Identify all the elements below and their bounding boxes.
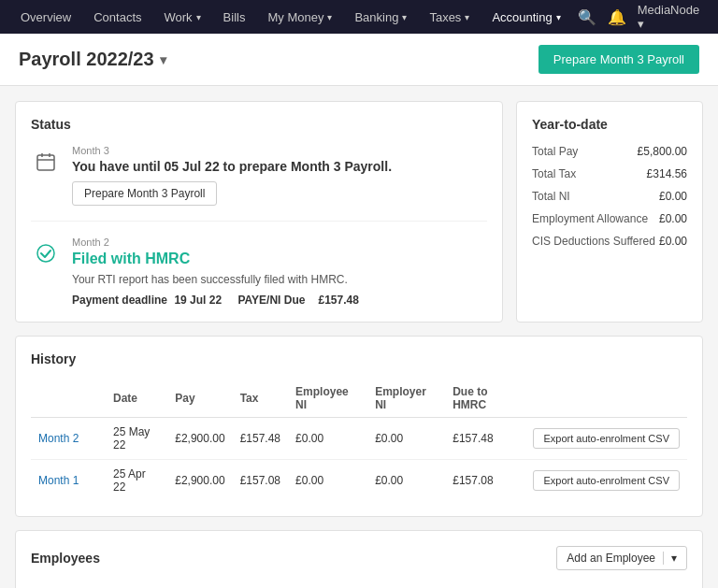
top-row: Status Month 3 You have until 05 Jul 22 …: [15, 101, 703, 323]
user-menu[interactable]: MediaNode ▾: [638, 3, 707, 31]
ytd-row: Total Pay £5,800.00: [532, 145, 687, 158]
status-filed-text: Filed with HMRC: [72, 251, 487, 267]
emp-col-name: [31, 581, 152, 588]
nav-overview[interactable]: Overview: [11, 5, 80, 30]
calendar-icon: [31, 147, 61, 177]
emp-col-monthly: Monthly Pay: [152, 581, 254, 588]
ytd-value-1: £314.56: [647, 167, 687, 180]
history-col-actions: [525, 380, 687, 418]
history-month-0: Month 2: [31, 418, 106, 460]
ytd-row: Employment Allowance £0.00: [532, 212, 687, 225]
page-title-text: Payroll 2022/23: [19, 49, 154, 70]
ytd-value-4: £0.00: [659, 235, 687, 248]
emp-col-auto: Auto-enrolment: [413, 581, 561, 588]
check-icon: [31, 238, 61, 268]
nav-taxes-chevron: ▾: [465, 12, 469, 22]
ytd-value-3: £0.00: [659, 212, 687, 225]
ytd-label-3: Employment Allowance: [532, 212, 648, 225]
nav-bills-label: Bills: [223, 10, 246, 24]
history-col-pay: Pay: [167, 380, 232, 418]
export-csv-button-1[interactable]: Export auto-enrolment CSV: [533, 470, 680, 491]
payment-deadline-value: 19 Jul 22: [174, 294, 222, 307]
export-csv-button-0[interactable]: Export auto-enrolment CSV: [533, 428, 680, 449]
status-month3-label: Month 3: [72, 145, 487, 156]
history-col-erni: Employer NI: [367, 380, 445, 418]
nav-bills[interactable]: Bills: [214, 5, 255, 30]
prepare-month3-status-button[interactable]: Prepare Month 3 Payroll: [72, 181, 217, 206]
ytd-label-4: CIS Deductions Suffered: [532, 235, 655, 248]
status-sub-text: Your RTI report has been successfully fi…: [72, 273, 487, 286]
nav-banking[interactable]: Banking ▾: [345, 5, 416, 30]
history-col-tax: Tax: [233, 380, 288, 418]
history-col-empni: Employee NI: [288, 380, 367, 418]
history-col-month: [31, 380, 106, 418]
employees-panel: Employees Add an Employee ▾ Monthly Pay …: [15, 530, 703, 588]
nav-icons-group: 🔍 🔔 MediaNode ▾: [578, 3, 707, 31]
history-erni-1: £0.00: [367, 460, 445, 502]
payment-deadline-line: Payment deadline 19 Jul 22 PAYE/NI Due £…: [72, 294, 487, 307]
emp-col-actions: [561, 581, 687, 588]
history-tax-1: £157.08: [233, 460, 288, 502]
ytd-row: CIS Deductions Suffered £0.00: [532, 235, 687, 248]
history-date-1: 25 Apr 22: [106, 460, 167, 502]
top-navigation: Overview Contacts Work ▾ Bills My Money …: [0, 0, 718, 34]
ytd-label-1: Total Tax: [532, 167, 576, 180]
history-pay-1: £2,900.00: [167, 460, 232, 502]
svg-rect-0: [37, 155, 54, 170]
table-row: Month 2 25 May 22 £2,900.00 £157.48 £0.0…: [31, 418, 687, 460]
page-title-chevron: ▾: [160, 52, 166, 67]
employees-table: Monthly Pay Total Pay Total Tax Auto-enr…: [31, 581, 687, 588]
ytd-value-2: £0.00: [659, 190, 687, 203]
history-tax-0: £157.48: [233, 418, 288, 460]
page-title: Payroll 2022/23 ▾: [19, 49, 166, 70]
nav-mymoney[interactable]: My Money ▾: [258, 5, 341, 30]
history-month-link-1[interactable]: Month 1: [38, 474, 79, 487]
emp-col-total-tax: Total Tax: [336, 581, 414, 588]
nav-work-label: Work: [165, 10, 193, 24]
emp-col-total-pay: Total Pay: [254, 581, 336, 588]
history-empni-0: £0.00: [288, 418, 367, 460]
ytd-label-2: Total NI: [532, 190, 570, 203]
add-employee-button[interactable]: Add an Employee ▾: [556, 546, 687, 570]
payment-deadline-label: Payment deadline: [72, 294, 167, 307]
ytd-label-0: Total Pay: [532, 145, 578, 158]
employees-header: Employees Add an Employee ▾: [31, 546, 687, 570]
ytd-row: Total NI £0.00: [532, 190, 687, 203]
history-hmrc-1: £157.08: [445, 460, 525, 502]
nav-mymoney-label: My Money: [267, 10, 323, 24]
page-header: Payroll 2022/23 ▾ Prepare Month 3 Payrol…: [0, 34, 718, 86]
ytd-panel: Year-to-date Total Pay £5,800.00 Total T…: [516, 101, 703, 323]
add-employee-dropdown-arrow: ▾: [663, 552, 677, 565]
nav-overview-label: Overview: [21, 10, 71, 24]
paye-value: £157.48: [318, 294, 358, 307]
prepare-month3-button[interactable]: Prepare Month 3 Payroll: [538, 45, 699, 74]
nav-work[interactable]: Work ▾: [155, 5, 210, 30]
nav-taxes-label: Taxes: [429, 10, 461, 24]
nav-mymoney-chevron: ▾: [327, 12, 332, 22]
nav-taxes[interactable]: Taxes ▾: [420, 5, 479, 30]
status-panel-title: Status: [31, 117, 487, 132]
main-content: Status Month 3 You have until 05 Jul 22 …: [0, 86, 718, 588]
history-month-link-0[interactable]: Month 2: [38, 432, 79, 445]
nav-contacts-label: Contacts: [93, 10, 141, 24]
ytd-panel-title: Year-to-date: [532, 117, 687, 132]
nav-accounting-label: Accounting: [492, 10, 552, 24]
status-month3-item: Month 3 You have until 05 Jul 22 to prep…: [31, 145, 487, 222]
history-col-date: Date: [106, 380, 167, 418]
history-panel: History Date Pay Tax Employee NI Employe…: [15, 336, 703, 517]
user-label: MediaNode ▾: [638, 3, 707, 31]
nav-banking-label: Banking: [354, 10, 398, 24]
history-col-hmrc: Due to HMRC: [445, 380, 525, 418]
history-pay-0: £2,900.00: [167, 418, 232, 460]
history-hmrc-0: £157.48: [445, 418, 525, 460]
search-icon[interactable]: 🔍: [578, 8, 596, 26]
history-erni-0: £0.00: [367, 418, 445, 460]
ytd-rows: Total Pay £5,800.00 Total Tax £314.56 To…: [532, 145, 687, 248]
notification-icon[interactable]: 🔔: [608, 8, 626, 26]
add-employee-label: Add an Employee: [567, 552, 655, 565]
nav-work-chevron: ▾: [196, 12, 201, 22]
history-tbody: Month 2 25 May 22 £2,900.00 £157.48 £0.0…: [31, 418, 687, 502]
employees-panel-title: Employees: [31, 551, 100, 566]
nav-contacts[interactable]: Contacts: [84, 5, 151, 30]
nav-accounting[interactable]: Accounting ▾: [482, 5, 569, 30]
